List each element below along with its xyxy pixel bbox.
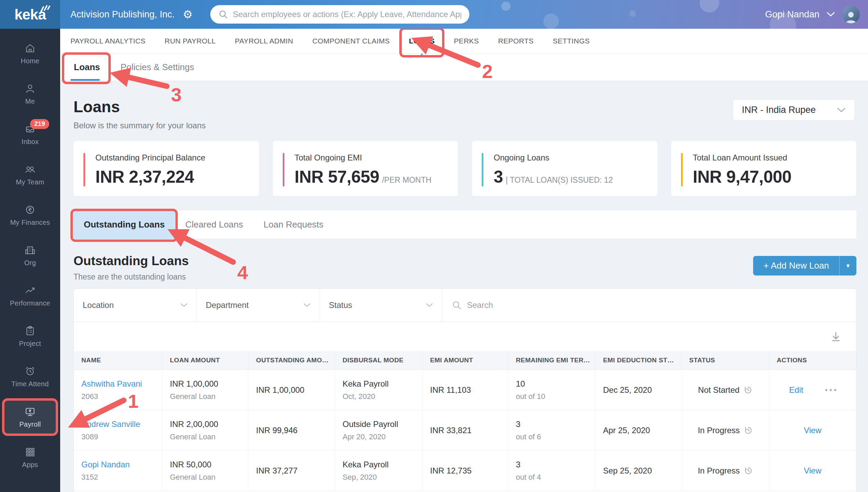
tab-payroll-admin[interactable]: PAYROLL ADMIN	[235, 37, 293, 45]
col-name[interactable]: NAME	[74, 351, 162, 370]
history-icon[interactable]	[744, 386, 752, 394]
col-remaining-emi[interactable]: REMAINING EMI TER…	[508, 351, 596, 370]
employee-link[interactable]: Ashwitha Pavani	[81, 379, 155, 389]
apps-grid-icon	[24, 446, 36, 458]
sidebar-item-project[interactable]: Project	[0, 316, 60, 357]
subtab-policies-settings[interactable]: Policies & Settings	[110, 54, 204, 81]
sidebar-item-inbox[interactable]: 219 Inbox	[0, 114, 60, 155]
card-accent	[482, 153, 483, 186]
page-subtitle: Below is the summary for your loans	[74, 121, 856, 130]
payroll-monitor-icon	[24, 406, 36, 417]
table-row: Gopi Nandan3152 INR 50,000General Loan I…	[74, 451, 856, 491]
tab-loans[interactable]: LOANS ▲	[409, 37, 435, 45]
user-name: Gopi Nandan	[765, 9, 819, 20]
col-actions[interactable]: ACTIONS	[769, 351, 856, 370]
trend-icon	[24, 285, 36, 296]
card-outstanding-principal: Outstanding Principal Balance INR 2,37,2…	[74, 141, 259, 196]
search-icon	[452, 300, 462, 310]
tab-run-payroll[interactable]: RUN PAYROLL	[165, 37, 216, 45]
history-icon[interactable]	[744, 426, 753, 435]
table-header: NAME LOAN AMOUNT OUTSTANDING AMO… DISBUR…	[74, 351, 856, 370]
tab-settings[interactable]: SETTINGS	[553, 37, 590, 45]
view-link[interactable]: View	[804, 466, 822, 476]
employee-link[interactable]: Gopi Nandan	[81, 460, 155, 469]
tab-outstanding-loans[interactable]: Outstanding Loans	[74, 210, 175, 239]
tab-cleared-loans[interactable]: Cleared Loans	[175, 210, 253, 239]
table-search-input[interactable]	[467, 300, 846, 310]
sidebar-item-payroll[interactable]: Payroll	[0, 397, 60, 437]
col-status[interactable]: STATUS	[682, 351, 769, 370]
add-loan-caret-icon[interactable]: ▾	[839, 256, 856, 275]
alarm-clock-icon	[24, 365, 36, 377]
employee-link[interactable]: Andrew Sanville	[81, 419, 155, 429]
active-tab-caret-icon: ▲	[418, 51, 426, 59]
card-suffix: | TOTAL LOAN(S) ISSUED: 12	[506, 176, 613, 185]
gear-icon[interactable]: ⚙	[183, 9, 193, 20]
col-loan-amount[interactable]: LOAN AMOUNT	[162, 351, 249, 370]
building-icon	[24, 244, 36, 256]
sidebar-item-time-attend[interactable]: Time Attend	[0, 357, 60, 397]
location-filter[interactable]: Location	[74, 289, 197, 322]
section-title: Outstanding Loans	[74, 254, 189, 268]
add-new-loan-button[interactable]: + Add New Loan ▾	[753, 256, 856, 275]
edit-link[interactable]: Edit	[789, 385, 803, 395]
col-disbursal-mode[interactable]: DISBURSAL MODE	[335, 351, 423, 370]
currency-value: INR - India Rupee	[742, 105, 816, 115]
team-icon	[24, 164, 36, 175]
sidebar-item-performance[interactable]: Performance	[0, 276, 60, 316]
loan-tabs: Outstanding Loans Cleared Loans Loan Req…	[74, 210, 856, 239]
sidebar-item-home[interactable]: Home	[0, 34, 60, 74]
chevron-down-icon	[837, 107, 846, 113]
rupee-circle-icon	[24, 204, 36, 216]
sidebar-item-my-team[interactable]: My Team	[0, 155, 60, 195]
col-emi-deduction[interactable]: EMI DEDUCTION ST…	[596, 351, 682, 370]
download-icon[interactable]	[830, 331, 842, 342]
person-icon	[24, 83, 36, 94]
sidebar-item-my-finances[interactable]: My Finances	[0, 195, 60, 235]
keka-logo[interactable]: keka	[0, 0, 60, 29]
sidebar-item-org[interactable]: Org	[0, 235, 60, 276]
loans-panel: Location Department Status	[74, 288, 856, 492]
history-icon[interactable]	[744, 466, 753, 475]
card-total-loan-issued: Total Loan Amount Issued INR 9,47,000	[671, 141, 857, 196]
card-accent	[283, 153, 284, 186]
avatar[interactable]	[842, 5, 860, 23]
global-search-input[interactable]	[233, 10, 461, 19]
view-link[interactable]: View	[804, 426, 822, 435]
currency-select[interactable]: INR - India Rupee	[733, 99, 855, 121]
table-search[interactable]	[442, 289, 856, 322]
topbar: keka Activision Publishing, Inc. ⚙ Gopi …	[0, 0, 868, 29]
user-menu[interactable]: Gopi Nandan	[765, 0, 860, 29]
global-search[interactable]	[210, 5, 469, 24]
more-actions-icon[interactable]	[825, 389, 836, 391]
tab-payroll-analytics[interactable]: PAYROLL ANALYTICS	[70, 37, 146, 45]
chevron-down-icon	[426, 303, 433, 308]
card-accent	[83, 153, 85, 186]
chevron-down-icon	[180, 303, 188, 308]
card-total-ongoing-emi: Total Ongoing EMI INR 57,659 /PER MONTH	[273, 141, 458, 196]
status-filter[interactable]: Status	[320, 289, 442, 322]
section-header: Outstanding Loans These are the outstand…	[74, 254, 856, 282]
tab-perks[interactable]: PERKS	[454, 37, 479, 45]
inbox-badge: 219	[30, 119, 49, 129]
tab-loan-requests[interactable]: Loan Requests	[253, 210, 334, 239]
sidebar-item-apps[interactable]: Apps	[0, 437, 60, 478]
search-icon	[218, 10, 228, 19]
company-name: Activision Publishing, Inc.	[70, 9, 175, 20]
status-text: In Progress	[698, 466, 740, 476]
table-row: Andrew Sanville3089 INR 2,00,000General …	[74, 410, 856, 451]
col-emi-amount[interactable]: EMI AMOUNT	[423, 351, 508, 370]
card-value: INR 57,659	[295, 167, 379, 187]
col-outstanding[interactable]: OUTSTANDING AMO…	[249, 351, 335, 370]
tab-reports[interactable]: REPORTS	[498, 37, 534, 45]
subtab-loans[interactable]: Loans	[64, 54, 110, 81]
card-accent	[681, 153, 683, 186]
card-ongoing-loans: Ongoing Loans 3 | TOTAL LOAN(S) ISSUED: …	[472, 141, 657, 196]
table-row: Ashwitha Pavani2063 INR 1,00,000General …	[74, 370, 856, 410]
module-nav: PAYROLL ANALYTICS RUN PAYROLL PAYROLL AD…	[60, 29, 868, 54]
department-filter[interactable]: Department	[197, 289, 320, 322]
filters-bar: Location Department Status	[74, 289, 856, 322]
tab-component-claims[interactable]: COMPONENT CLAIMS	[312, 37, 390, 45]
sidebar-item-me[interactable]: Me	[0, 74, 60, 114]
main-area: PAYROLL ANALYTICS RUN PAYROLL PAYROLL AD…	[60, 29, 868, 492]
